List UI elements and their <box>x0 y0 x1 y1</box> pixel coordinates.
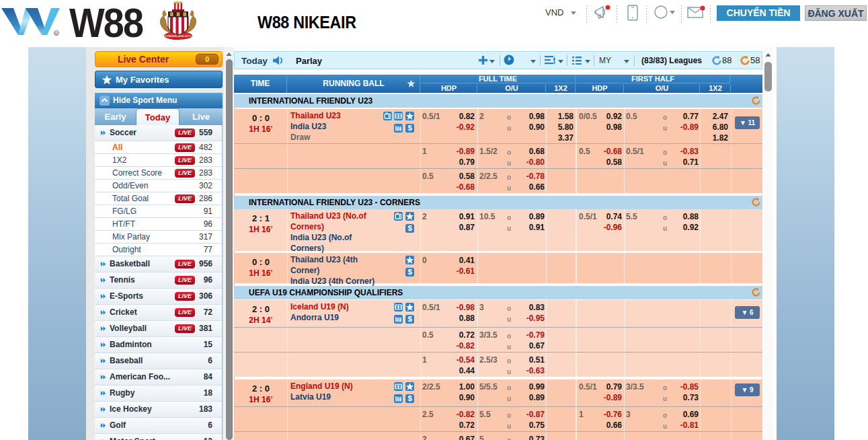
svg-text:R: R <box>55 32 58 36</box>
